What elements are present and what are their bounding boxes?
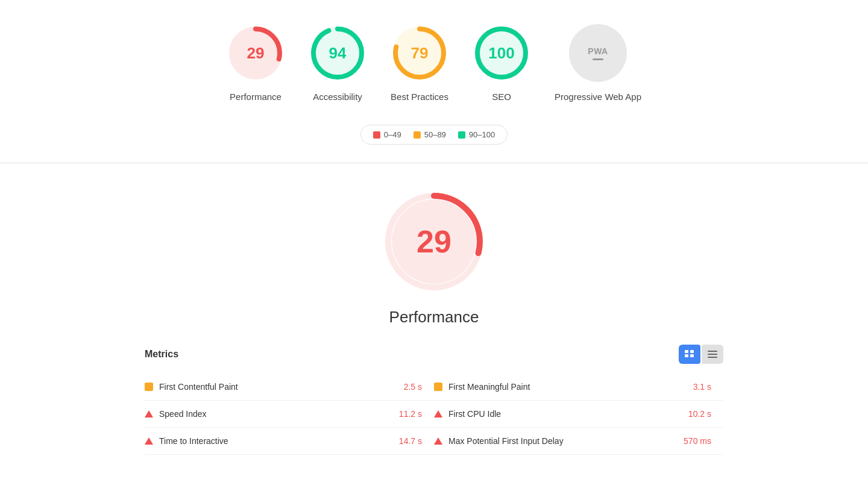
metrics-container: Metrics (145, 345, 723, 455)
svg-rect-11 (690, 350, 694, 353)
score-card-accessibility[interactable]: 94 Accessibility (309, 24, 366, 103)
seo-score: 100 (488, 45, 514, 61)
score-cards: 29 Performance 94 Accessibility (227, 24, 641, 103)
svg-rect-10 (685, 350, 688, 353)
svg-rect-16 (708, 357, 717, 358)
score-card-pwa[interactable]: PWA Progressive Web App (555, 24, 641, 103)
fcp-value: 2.5 s (404, 382, 434, 392)
accessibility-score: 94 (329, 45, 347, 61)
legend-low: 0–49 (373, 130, 401, 139)
svg-rect-12 (685, 354, 688, 357)
mpfid-icon (434, 437, 442, 445)
accessibility-label: Accessibility (313, 90, 362, 103)
performance-section-title: Performance (389, 308, 479, 327)
fci-value: 10.2 s (688, 409, 723, 419)
score-card-performance[interactable]: 29 Performance (227, 24, 285, 103)
fmp-value: 3.1 s (693, 382, 723, 392)
score-card-seo[interactable]: 100 SEO (473, 24, 530, 103)
view-toggle (679, 345, 723, 364)
speed-index-value: 11.2 s (399, 409, 434, 419)
fmp-name: First Meaningful Paint (448, 382, 687, 392)
legend-high-range: 90–100 (469, 130, 495, 139)
pwa-dash-icon (593, 58, 603, 60)
tti-name: Time to Interactive (159, 436, 393, 446)
metric-row-tti: Time to Interactive 14.7 s (145, 428, 434, 455)
legend-mid-range: 50–89 (424, 130, 446, 139)
best-practices-gauge: 79 (391, 24, 448, 82)
fcp-icon (145, 383, 153, 391)
seo-gauge: 100 (473, 24, 530, 82)
performance-gauge: 29 (227, 24, 285, 82)
legend-mid: 50–89 (414, 130, 446, 139)
fci-icon (434, 410, 442, 418)
mpfid-name: Max Potential First Input Delay (448, 436, 678, 446)
score-legend: 0–49 50–89 90–100 (360, 125, 508, 145)
legend-mid-icon (414, 131, 421, 139)
metric-row-fci: First CPU Idle 10.2 s (434, 401, 723, 428)
legend-high-icon (458, 131, 465, 139)
fcp-name: First Contentful Paint (159, 382, 398, 392)
list-view-icon (708, 350, 717, 358)
metric-row-fcp: First Contentful Paint 2.5 s (145, 374, 434, 401)
tti-value: 14.7 s (399, 436, 434, 446)
performance-score: 29 (247, 45, 265, 61)
metric-row-fmp: First Meaningful Paint 3.1 s (434, 374, 723, 401)
legend-low-range: 0–49 (384, 130, 401, 139)
metrics-right-column: First Meaningful Paint 3.1 s First CPU I… (434, 374, 723, 455)
svg-rect-13 (690, 354, 694, 357)
metrics-left-column: First Contentful Paint 2.5 s Speed Index… (145, 374, 434, 455)
list-view-button[interactable] (702, 345, 723, 364)
pwa-card-label: Progressive Web App (555, 90, 641, 103)
pwa-label: PWA (588, 46, 608, 56)
grid-view-icon (685, 350, 694, 358)
fci-name: First CPU Idle (448, 409, 682, 419)
best-practices-score: 79 (411, 45, 429, 61)
metrics-title: Metrics (145, 349, 178, 360)
grid-view-button[interactable] (679, 345, 700, 364)
score-card-best-practices[interactable]: 79 Best Practices (391, 24, 448, 103)
bottom-section: 29 Performance Metrics (0, 163, 868, 479)
svg-rect-15 (708, 354, 717, 355)
mpfid-value: 570 ms (684, 436, 723, 446)
fmp-icon (434, 383, 442, 391)
legend-high: 90–100 (458, 130, 495, 139)
metrics-header: Metrics (145, 345, 723, 364)
metrics-grid: First Contentful Paint 2.5 s Speed Index… (145, 374, 723, 455)
speed-index-icon (145, 410, 153, 418)
metric-row-mpfid: Max Potential First Input Delay 570 ms (434, 428, 723, 455)
performance-label: Performance (230, 90, 281, 103)
speed-index-name: Speed Index (159, 409, 393, 419)
pwa-gauge: PWA (569, 24, 627, 82)
legend-low-icon (373, 131, 380, 139)
seo-label: SEO (492, 90, 511, 103)
best-practices-label: Best Practices (391, 90, 448, 103)
top-section: 29 Performance 94 Accessibility (0, 0, 868, 163)
svg-rect-14 (708, 351, 717, 352)
large-performance-score: 29 (417, 224, 451, 260)
large-performance-gauge: 29 (380, 187, 488, 296)
tti-icon (145, 437, 153, 445)
metric-row-speed-index: Speed Index 11.2 s (145, 401, 434, 428)
accessibility-gauge: 94 (309, 24, 366, 82)
